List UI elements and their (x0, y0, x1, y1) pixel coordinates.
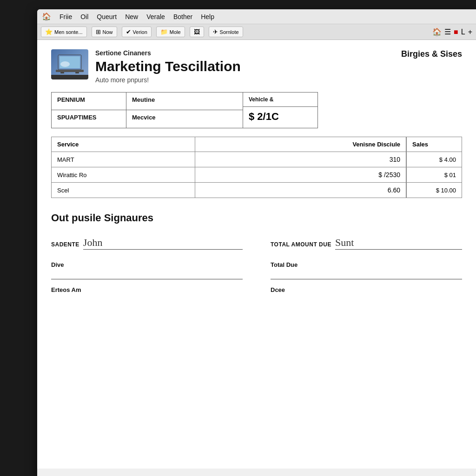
service-mart: MART (52, 152, 195, 167)
sig1-line: John (83, 233, 243, 250)
tab-now-label: Now (103, 29, 113, 35)
col-sales: Sales (407, 137, 462, 152)
menu-oil[interactable]: Oil (80, 13, 88, 20)
bottom-field-erteos: Erteos Am (51, 286, 243, 295)
col-service: Service (52, 137, 195, 152)
folder-icon: 📁 (160, 28, 168, 35)
table-row: $ 4.00 (407, 152, 462, 167)
svg-rect-4 (60, 72, 64, 73)
menu-new[interactable]: New (125, 13, 138, 20)
bottom-field-total-due: Total Due (271, 261, 462, 279)
menu-help[interactable]: Help (201, 13, 214, 20)
browser-window: 🏠 Friie Oil Queurt New Verale Bother Hel… (37, 9, 476, 476)
sig2-line: Sunt (335, 233, 462, 250)
page-content: Sertione Cinaners Marketing Tescillation… (37, 40, 476, 469)
table-row: $ 01 (407, 167, 462, 183)
table-row: MART 310 (52, 152, 406, 167)
star-icon: ⭐ (45, 28, 53, 35)
company-info: Sertione Cinaners Marketing Tescillation… (95, 49, 241, 84)
tab-sornlote[interactable]: ✈ Sornlote (209, 26, 243, 37)
field-group-1: PENNIUM SPUAPTIMES (51, 92, 126, 128)
menu-bar: 🏠 Friie Oil Queurt New Verale Bother Hel… (37, 9, 476, 24)
sales-table: Sales $ 4.00 $ 01 $ 10.00 (406, 137, 462, 198)
dive-label: Dive (51, 261, 243, 268)
sig-inline: Sadente John (51, 233, 243, 250)
field-spuaptimes: SPUAPTIMES (52, 110, 126, 128)
sig-field-total: Total Amount Due Sunt (271, 233, 462, 250)
tab-verion-label: Verion (133, 29, 147, 35)
field-group-3: Vehicle & $ 2/1C (243, 92, 318, 128)
service-table-wrapper: Service Venisne Disciule MART 310 Wiratt… (51, 137, 462, 198)
form-fields: PENNIUM SPUAPTIMES Meutine Mecvice Vehic… (51, 92, 462, 128)
sales-mart: $ 4.00 (407, 152, 462, 167)
table-row: Wirattic Ro $ /2530 (52, 167, 406, 183)
field-meutine: Meutine (126, 93, 243, 110)
bottom-field-dcee: Dcee (271, 286, 462, 295)
tab-men-sonte[interactable]: ⭐ Men sonte... (41, 26, 87, 37)
company-left: Sertione Cinaners Marketing Tescillation… (51, 49, 241, 84)
tab-men-sonte-label: Men sonte... (54, 29, 83, 35)
signature-section: Out pusile Signaures Sadente John Total … (51, 212, 462, 295)
col-venisne: Venisne Disciule (195, 137, 406, 152)
erteos-label: Erteos Am (51, 286, 243, 293)
sig2-value: Sunt (335, 238, 354, 248)
amount-scel: 6.60 (195, 183, 406, 198)
sig2-label: Total Amount Due (271, 241, 331, 248)
svg-rect-5 (75, 72, 79, 73)
total-due-label: Total Due (271, 261, 462, 268)
service-table: Service Venisne Disciule MART 310 Wiratt… (51, 137, 406, 198)
doc-subtitle: Auto more pnpurs! (95, 76, 241, 84)
dive-line (51, 270, 243, 279)
signature-row-1: Sadente John Total Amount Due Sunt (51, 233, 462, 250)
svg-point-2 (60, 61, 70, 67)
nav-add-icon[interactable]: + (468, 28, 472, 36)
plane-icon: ✈ (213, 28, 218, 35)
table-row: $ 10.00 (407, 183, 462, 198)
price-partial: $ 2/1C (243, 107, 317, 126)
sig-total-inline: Total Amount Due Sunt (271, 233, 462, 250)
vehicle-label: Vehicle & (243, 93, 317, 107)
menu-bother[interactable]: Bother (173, 13, 192, 20)
field-pennium: PENNIUM (52, 93, 126, 110)
bottom-fields-2: Erteos Am Dcee (51, 286, 462, 295)
home-icon[interactable]: 🏠 (42, 12, 51, 21)
table-row: Scel 6.60 (52, 183, 406, 198)
amount-mart: 310 (195, 152, 406, 167)
toolbar: ⭐ Men sonte... ⊞ Now ✔ Verion 📁 Mole 🖼 ✈… (37, 24, 476, 40)
page-header: Sertione Cinaners Marketing Tescillation… (51, 49, 462, 84)
menu-queurt[interactable]: Queurt (97, 13, 117, 20)
tab-mole-label: Mole (170, 29, 181, 35)
toolbar-icons: 🏠 ☰ ■ L + (432, 27, 472, 36)
menu-verale[interactable]: Verale (146, 13, 165, 20)
field-mecvice: Mecvice (126, 110, 243, 128)
amount-wirattic: $ /2530 (195, 167, 406, 183)
bottom-field-dive: Dive (51, 261, 243, 279)
service-wirattic: Wirattic Ro (52, 167, 195, 183)
signature-section-title: Out pusile Signaures (51, 212, 462, 224)
total-due-line (271, 270, 462, 279)
tab-mole[interactable]: 📁 Mole (156, 26, 185, 37)
tab-sornlote-label: Sornlote (220, 29, 239, 35)
tab-img[interactable]: 🖼 (190, 26, 204, 37)
dcee-label: Dcee (271, 286, 462, 293)
sales-wirattic: $ 01 (407, 167, 462, 183)
sig1-value: John (83, 238, 103, 248)
tab-now[interactable]: ⊞ Now (92, 26, 117, 37)
service-scel: Scel (52, 183, 195, 198)
field-group-2: Meutine Mecvice (126, 92, 243, 128)
company-name: Sertione Cinaners (95, 49, 241, 57)
grid-icon: ⊞ (96, 28, 101, 35)
image-icon: 🖼 (194, 28, 200, 35)
sales-scel: $ 10.00 (407, 183, 462, 198)
tab-verion[interactable]: ✔ Verion (122, 26, 152, 37)
nav-stop-icon[interactable]: ■ (454, 28, 458, 36)
nav-menu-icon[interactable]: ☰ (444, 27, 451, 36)
laptop-thumbnail (51, 49, 88, 79)
nav-l-button[interactable]: L (461, 28, 465, 36)
nav-home-icon[interactable]: 🏠 (432, 27, 442, 36)
svg-rect-3 (56, 70, 84, 72)
menu-friie[interactable]: Friie (60, 13, 72, 20)
sig-field-sadente: Sadente John (51, 233, 243, 250)
company-right: Birgies & Sises (401, 49, 462, 59)
doc-title: Marketing Tescillation (95, 59, 241, 74)
